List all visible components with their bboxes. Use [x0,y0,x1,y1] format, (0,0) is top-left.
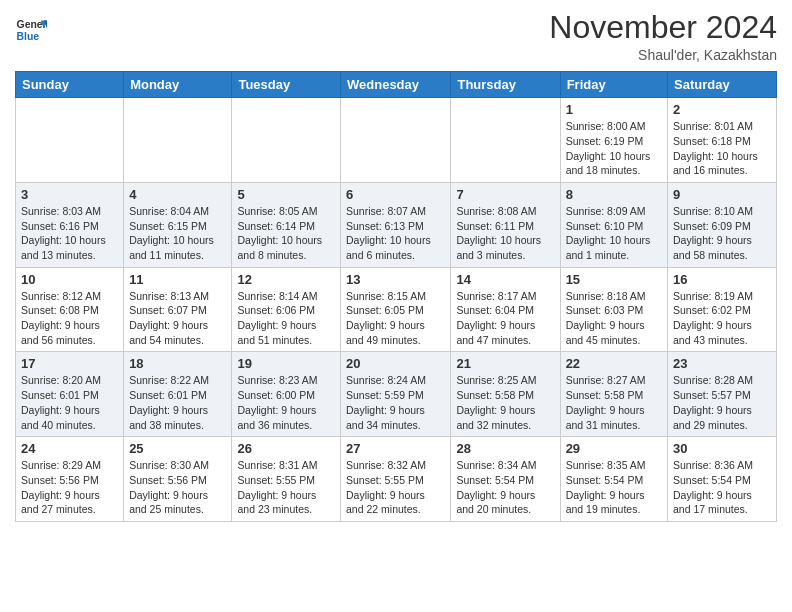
day-number: 17 [21,356,118,371]
calendar-week-1: 1Sunrise: 8:00 AMSunset: 6:19 PMDaylight… [16,98,777,183]
day-number: 22 [566,356,662,371]
col-header-friday: Friday [560,72,667,98]
title-block: November 2024 Shaul'der, Kazakhstan [549,10,777,63]
calendar-cell: 23Sunrise: 8:28 AMSunset: 5:57 PMDayligh… [668,352,777,437]
calendar-cell: 25Sunrise: 8:30 AMSunset: 5:56 PMDayligh… [124,437,232,522]
day-info: Sunrise: 8:07 AMSunset: 6:13 PMDaylight:… [346,204,445,263]
calendar-cell: 30Sunrise: 8:36 AMSunset: 5:54 PMDayligh… [668,437,777,522]
day-info: Sunrise: 8:32 AMSunset: 5:55 PMDaylight:… [346,458,445,517]
day-number: 2 [673,102,771,117]
col-header-monday: Monday [124,72,232,98]
header: General Blue November 2024 Shaul'der, Ka… [15,10,777,63]
day-info: Sunrise: 8:03 AMSunset: 6:16 PMDaylight:… [21,204,118,263]
day-number: 21 [456,356,554,371]
day-number: 20 [346,356,445,371]
day-info: Sunrise: 8:34 AMSunset: 5:54 PMDaylight:… [456,458,554,517]
day-info: Sunrise: 8:01 AMSunset: 6:18 PMDaylight:… [673,119,771,178]
day-info: Sunrise: 8:17 AMSunset: 6:04 PMDaylight:… [456,289,554,348]
location: Shaul'der, Kazakhstan [549,47,777,63]
day-info: Sunrise: 8:19 AMSunset: 6:02 PMDaylight:… [673,289,771,348]
logo: General Blue [15,14,47,46]
col-header-thursday: Thursday [451,72,560,98]
day-info: Sunrise: 8:10 AMSunset: 6:09 PMDaylight:… [673,204,771,263]
day-number: 7 [456,187,554,202]
logo-icon: General Blue [15,14,47,46]
day-info: Sunrise: 8:09 AMSunset: 6:10 PMDaylight:… [566,204,662,263]
calendar-cell: 16Sunrise: 8:19 AMSunset: 6:02 PMDayligh… [668,267,777,352]
day-info: Sunrise: 8:23 AMSunset: 6:00 PMDaylight:… [237,373,335,432]
col-header-saturday: Saturday [668,72,777,98]
calendar-cell: 20Sunrise: 8:24 AMSunset: 5:59 PMDayligh… [341,352,451,437]
day-number: 26 [237,441,335,456]
day-number: 18 [129,356,226,371]
day-info: Sunrise: 8:05 AMSunset: 6:14 PMDaylight:… [237,204,335,263]
calendar-cell: 14Sunrise: 8:17 AMSunset: 6:04 PMDayligh… [451,267,560,352]
day-info: Sunrise: 8:14 AMSunset: 6:06 PMDaylight:… [237,289,335,348]
calendar-cell: 17Sunrise: 8:20 AMSunset: 6:01 PMDayligh… [16,352,124,437]
calendar-week-3: 10Sunrise: 8:12 AMSunset: 6:08 PMDayligh… [16,267,777,352]
calendar-cell [341,98,451,183]
calendar-cell: 19Sunrise: 8:23 AMSunset: 6:00 PMDayligh… [232,352,341,437]
calendar-cell: 12Sunrise: 8:14 AMSunset: 6:06 PMDayligh… [232,267,341,352]
day-info: Sunrise: 8:28 AMSunset: 5:57 PMDaylight:… [673,373,771,432]
day-info: Sunrise: 8:30 AMSunset: 5:56 PMDaylight:… [129,458,226,517]
day-number: 12 [237,272,335,287]
day-number: 15 [566,272,662,287]
calendar-header-row: SundayMondayTuesdayWednesdayThursdayFrid… [16,72,777,98]
month-title: November 2024 [549,10,777,45]
day-info: Sunrise: 8:22 AMSunset: 6:01 PMDaylight:… [129,373,226,432]
day-number: 11 [129,272,226,287]
day-info: Sunrise: 8:24 AMSunset: 5:59 PMDaylight:… [346,373,445,432]
calendar-week-2: 3Sunrise: 8:03 AMSunset: 6:16 PMDaylight… [16,182,777,267]
day-info: Sunrise: 8:25 AMSunset: 5:58 PMDaylight:… [456,373,554,432]
day-number: 1 [566,102,662,117]
calendar-table: SundayMondayTuesdayWednesdayThursdayFrid… [15,71,777,522]
calendar-cell [451,98,560,183]
calendar-cell: 11Sunrise: 8:13 AMSunset: 6:07 PMDayligh… [124,267,232,352]
day-number: 3 [21,187,118,202]
calendar-cell: 27Sunrise: 8:32 AMSunset: 5:55 PMDayligh… [341,437,451,522]
day-number: 19 [237,356,335,371]
calendar-cell: 6Sunrise: 8:07 AMSunset: 6:13 PMDaylight… [341,182,451,267]
day-number: 25 [129,441,226,456]
calendar-cell: 7Sunrise: 8:08 AMSunset: 6:11 PMDaylight… [451,182,560,267]
calendar-cell: 21Sunrise: 8:25 AMSunset: 5:58 PMDayligh… [451,352,560,437]
page: General Blue November 2024 Shaul'der, Ka… [0,0,792,537]
day-number: 6 [346,187,445,202]
calendar-cell: 24Sunrise: 8:29 AMSunset: 5:56 PMDayligh… [16,437,124,522]
day-number: 13 [346,272,445,287]
svg-text:Blue: Blue [17,31,40,42]
day-number: 16 [673,272,771,287]
day-number: 28 [456,441,554,456]
calendar-cell: 3Sunrise: 8:03 AMSunset: 6:16 PMDaylight… [16,182,124,267]
calendar-cell: 2Sunrise: 8:01 AMSunset: 6:18 PMDaylight… [668,98,777,183]
calendar-cell: 18Sunrise: 8:22 AMSunset: 6:01 PMDayligh… [124,352,232,437]
day-info: Sunrise: 8:15 AMSunset: 6:05 PMDaylight:… [346,289,445,348]
day-info: Sunrise: 8:31 AMSunset: 5:55 PMDaylight:… [237,458,335,517]
day-info: Sunrise: 8:20 AMSunset: 6:01 PMDaylight:… [21,373,118,432]
day-info: Sunrise: 8:27 AMSunset: 5:58 PMDaylight:… [566,373,662,432]
day-number: 23 [673,356,771,371]
calendar-week-5: 24Sunrise: 8:29 AMSunset: 5:56 PMDayligh… [16,437,777,522]
calendar-cell: 4Sunrise: 8:04 AMSunset: 6:15 PMDaylight… [124,182,232,267]
calendar-cell [232,98,341,183]
calendar-cell [124,98,232,183]
calendar-cell [16,98,124,183]
day-info: Sunrise: 8:04 AMSunset: 6:15 PMDaylight:… [129,204,226,263]
day-info: Sunrise: 8:35 AMSunset: 5:54 PMDaylight:… [566,458,662,517]
day-number: 30 [673,441,771,456]
calendar-cell: 28Sunrise: 8:34 AMSunset: 5:54 PMDayligh… [451,437,560,522]
calendar-cell: 26Sunrise: 8:31 AMSunset: 5:55 PMDayligh… [232,437,341,522]
calendar-week-4: 17Sunrise: 8:20 AMSunset: 6:01 PMDayligh… [16,352,777,437]
day-info: Sunrise: 8:00 AMSunset: 6:19 PMDaylight:… [566,119,662,178]
col-header-wednesday: Wednesday [341,72,451,98]
day-info: Sunrise: 8:13 AMSunset: 6:07 PMDaylight:… [129,289,226,348]
day-info: Sunrise: 8:36 AMSunset: 5:54 PMDaylight:… [673,458,771,517]
day-number: 29 [566,441,662,456]
day-number: 27 [346,441,445,456]
col-header-sunday: Sunday [16,72,124,98]
day-info: Sunrise: 8:29 AMSunset: 5:56 PMDaylight:… [21,458,118,517]
day-info: Sunrise: 8:12 AMSunset: 6:08 PMDaylight:… [21,289,118,348]
day-number: 4 [129,187,226,202]
calendar-cell: 22Sunrise: 8:27 AMSunset: 5:58 PMDayligh… [560,352,667,437]
